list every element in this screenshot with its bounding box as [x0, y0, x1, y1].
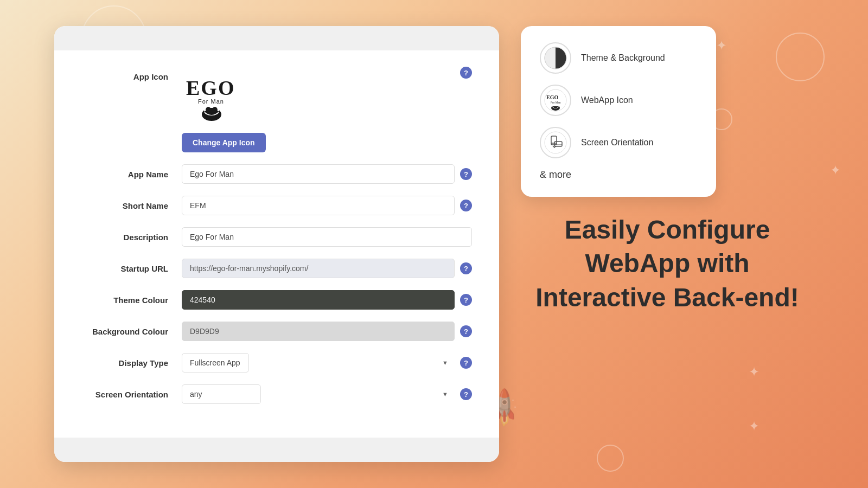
startup-url-help[interactable]: ? [460, 262, 472, 274]
form-card-header [54, 26, 499, 50]
background-colour-help[interactable]: ? [460, 325, 472, 337]
svg-text:EGO: EGO [546, 94, 558, 100]
background-colour-input[interactable] [182, 322, 455, 341]
display-type-select-wrapper: Fullscreen App Browser Standalone Minima… [182, 353, 455, 373]
startup-url-input[interactable] [182, 259, 455, 278]
display-type-select[interactable]: Fullscreen App Browser Standalone Minima… [182, 353, 249, 373]
app-name-row: App Name ? [81, 164, 472, 184]
more-label: & more [540, 169, 697, 181]
description-input[interactable] [182, 227, 472, 247]
startup-url-label: Startup URL [81, 259, 168, 273]
short-name-field-wrap: ? [182, 196, 472, 215]
screen-orientation-field-wrap: any portrait landscape portrait-primary … [182, 384, 472, 404]
svg-text:EGO: EGO [186, 76, 235, 99]
theme-colour-row: Theme Colour ? [81, 290, 472, 310]
screen-orientation-help[interactable]: ? [460, 388, 472, 400]
feature-item-orientation: Screen Orientation [540, 127, 697, 158]
description-label: Description [81, 227, 168, 242]
app-name-input[interactable] [182, 164, 455, 184]
form-card-body: App Icon EGO For Man [54, 50, 499, 438]
theme-colour-help[interactable]: ? [460, 294, 472, 306]
app-name-label: App Name [81, 164, 168, 179]
hero-heading: Easily Configure WebApp with Interactive… [521, 213, 814, 314]
theme-colour-field-wrap: ? [182, 290, 472, 310]
screen-orientation-select-wrapper: any portrait landscape portrait-primary … [182, 384, 455, 404]
orientation-icon-circle [540, 127, 571, 158]
startup-url-field-wrap: ? [182, 259, 472, 278]
description-field-wrap [182, 227, 472, 247]
feature-card: Theme & Background EGO For Man WebApp Ic… [521, 26, 716, 197]
app-icon-help[interactable]: ? [460, 67, 472, 79]
screen-orientation-row: Screen Orientation any portrait landscap… [81, 384, 472, 404]
background-colour-row: Background Colour ? [81, 322, 472, 341]
feature-item-webapp-icon: EGO For Man WebApp Icon [540, 85, 697, 116]
form-card-footer [54, 438, 499, 462]
app-icon-container: EGO For Man [182, 67, 266, 152]
screen-orientation-select[interactable]: any portrait landscape portrait-primary … [182, 384, 261, 404]
main-container: App Icon EGO For Man [54, 26, 814, 462]
hero-text: Easily Configure WebApp with Interactive… [521, 213, 814, 314]
background-colour-field-wrap: ? [182, 322, 472, 341]
app-icon-field-wrap: EGO For Man [182, 67, 472, 152]
display-type-help[interactable]: ? [460, 357, 472, 369]
svg-rect-6 [209, 108, 214, 113]
theme-icon-circle [540, 42, 571, 74]
form-card: App Icon EGO For Man [54, 26, 499, 462]
app-name-help[interactable]: ? [460, 168, 472, 180]
screen-orientation-label: Screen Orientation [81, 384, 168, 399]
short-name-input[interactable] [182, 196, 455, 215]
webapp-icon-circle: EGO For Man [540, 85, 571, 116]
display-type-label: Display Type [81, 353, 168, 368]
description-row: Description [81, 227, 472, 247]
svg-text:For Man: For Man [551, 101, 561, 104]
orientation-icon [544, 131, 567, 155]
change-app-icon-button[interactable]: Change App Icon [182, 133, 266, 152]
app-icon-label: App Icon [81, 67, 168, 81]
background-colour-label: Background Colour [81, 322, 168, 336]
right-panel: Theme & Background EGO For Man WebApp Ic… [521, 26, 814, 314]
app-icon-row: App Icon EGO For Man [81, 67, 472, 152]
webapp-icon-feature-label: WebApp Icon [581, 95, 633, 105]
ego-logo: EGO For Man [182, 67, 241, 126]
app-name-field-wrap: ? [182, 164, 472, 184]
theme-colour-input[interactable] [182, 290, 455, 310]
webapp-icon-svg: EGO For Man [544, 88, 567, 112]
svg-point-14 [545, 132, 566, 153]
short-name-row: Short Name ? [81, 196, 472, 215]
theme-icon [544, 46, 567, 70]
short-name-help[interactable]: ? [460, 200, 472, 211]
theme-feature-label: Theme & Background [581, 53, 665, 63]
display-type-row: Display Type Fullscreen App Browser Stan… [81, 353, 472, 373]
orientation-feature-label: Screen Orientation [581, 138, 653, 147]
startup-url-row: Startup URL ? [81, 259, 472, 278]
short-name-label: Short Name [81, 196, 168, 210]
feature-item-theme: Theme & Background [540, 42, 697, 74]
theme-colour-label: Theme Colour [81, 290, 168, 305]
display-type-field-wrap: Fullscreen App Browser Standalone Minima… [182, 353, 472, 373]
svg-text:For Man: For Man [198, 98, 224, 105]
